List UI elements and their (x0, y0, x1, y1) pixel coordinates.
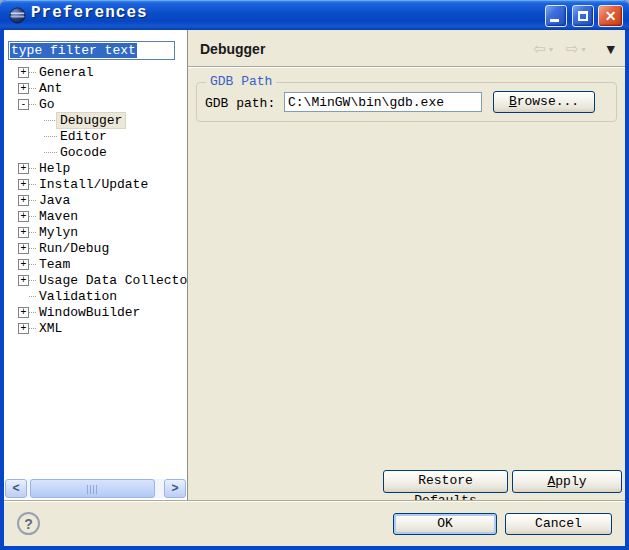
cancel-button[interactable]: Cancel (505, 513, 612, 535)
maximize-button[interactable] (572, 5, 594, 27)
gdb-path-input[interactable] (284, 92, 482, 112)
expand-icon[interactable]: + (18, 323, 29, 334)
tree-item-label: Java (36, 193, 73, 208)
tree-connector (44, 152, 57, 153)
scroll-left-icon[interactable]: < (5, 479, 27, 498)
tree-item-maven[interactable]: +Maven (4, 208, 187, 224)
close-icon: ✕ (605, 8, 617, 24)
preferences-sidebar: type filter text +General+Ant-GoDebugger… (4, 30, 188, 500)
tree-item-label: Mylyn (36, 225, 81, 240)
tree-item-label: Run/Debug (36, 241, 112, 256)
tree-item-gocode[interactable]: Gocode (4, 144, 187, 160)
eclipse-logo-icon (9, 7, 26, 24)
tree-item-run-debug[interactable]: +Run/Debug (4, 240, 187, 256)
tree-item-label: Go (36, 97, 58, 112)
tree-connector (29, 328, 36, 329)
ok-button[interactable]: OK (393, 513, 497, 535)
tree-connector (29, 72, 36, 73)
tree-item-label: WindowBuilder (36, 305, 143, 320)
nav-forward-dropdown-icon[interactable]: ▾ (582, 45, 586, 54)
tree-connector (29, 184, 36, 185)
tree-connector (44, 136, 57, 137)
tree-connector (29, 216, 36, 217)
nav-forward-icon[interactable]: ⇨ (566, 41, 579, 57)
tree-item-label: Debugger (57, 113, 125, 128)
tree-connector (29, 264, 36, 265)
tree-connector (29, 104, 36, 105)
apply-button[interactable]: Apply (512, 470, 622, 493)
tree-item-label: Editor (57, 129, 110, 144)
nav-back-dropdown-icon[interactable]: ▾ (549, 45, 553, 54)
apply-label: pply (555, 474, 586, 489)
scrollbar-thumb[interactable] (30, 479, 155, 498)
group-title: GDB Path (206, 74, 276, 90)
tree-connector (29, 312, 36, 313)
tree-item-editor[interactable]: Editor (4, 128, 187, 144)
tree-item-label: Ant (36, 81, 65, 96)
preference-page: Debugger ⇦ ▾ ⇨ ▾ ▼ GDB Path GDB path: Br… (188, 30, 625, 500)
expand-icon[interactable]: + (18, 211, 29, 222)
tree-connector (29, 232, 36, 233)
expand-icon[interactable]: + (18, 227, 29, 238)
expand-icon[interactable]: + (18, 259, 29, 270)
preferences-dialog: Preferences ✕ type filter text +General+… (0, 0, 629, 550)
expand-icon[interactable]: + (18, 243, 29, 254)
tree-item-ant[interactable]: +Ant (4, 80, 187, 96)
restore-label-pre: Restore (418, 473, 473, 488)
tree-item-label: Maven (36, 209, 81, 224)
tree-item-label: Validation (36, 289, 120, 304)
scrollbar-grip-icon (87, 485, 99, 494)
collapse-icon[interactable]: - (18, 99, 29, 110)
tree-item-debugger[interactable]: Debugger (4, 112, 187, 128)
tree-item-windowbuilder[interactable]: +WindowBuilder (4, 304, 187, 320)
tree-item-xml[interactable]: +XML (4, 320, 187, 336)
restore-defaults-button[interactable]: Restore Defaults (383, 470, 508, 493)
scroll-right-icon[interactable]: > (164, 479, 186, 498)
minimize-button[interactable] (545, 5, 567, 27)
tree-item-usage-data-collector[interactable]: +Usage Data Collector (4, 272, 187, 288)
horizontal-scrollbar[interactable]: < > (5, 478, 186, 498)
tree-item-team[interactable]: +Team (4, 256, 187, 272)
tree-item-label: Help (36, 161, 73, 176)
tree-item-label: Install/Update (36, 177, 151, 192)
expand-icon[interactable]: + (18, 195, 29, 206)
expand-icon[interactable]: + (18, 67, 29, 78)
tree-item-install-update[interactable]: +Install/Update (4, 176, 187, 192)
tree-item-validation[interactable]: Validation (4, 288, 187, 304)
tree-item-label: Usage Data Collector (36, 273, 198, 288)
tree-connector (29, 168, 36, 169)
dialog-button-bar: ? OK Cancel (4, 500, 625, 546)
nav-back-icon[interactable]: ⇦ (533, 41, 546, 57)
filter-input[interactable]: type filter text (8, 41, 175, 60)
tree-item-label: General (36, 65, 97, 80)
close-button[interactable]: ✕ (598, 5, 623, 27)
tree-item-label: XML (36, 321, 65, 336)
expand-icon[interactable]: + (18, 275, 29, 286)
scrollbar-track[interactable] (27, 479, 164, 498)
title-bar[interactable]: Preferences ✕ (0, 0, 629, 30)
maximize-icon (578, 11, 588, 21)
browse-label: rowse... (517, 94, 579, 109)
page-title: Debugger (200, 41, 265, 57)
expand-icon[interactable]: + (18, 307, 29, 318)
browse-button[interactable]: Browse... (493, 91, 595, 113)
tree-connector (44, 120, 57, 121)
tree-item-general[interactable]: +General (4, 64, 187, 80)
browse-label-underline: B (509, 94, 517, 109)
preferences-tree: +General+Ant-GoDebuggerEditorGocode+Help… (4, 64, 187, 336)
help-icon: ? (24, 516, 33, 532)
tree-connector (29, 200, 36, 201)
expand-icon[interactable]: + (18, 179, 29, 190)
tree-item-java[interactable]: +Java (4, 192, 187, 208)
help-button[interactable]: ? (17, 512, 40, 535)
tree-connector (29, 280, 36, 281)
tree-connector (29, 88, 36, 89)
view-menu-icon[interactable]: ▼ (607, 43, 615, 56)
tree-connector (29, 248, 36, 249)
tree-item-go[interactable]: -Go (4, 96, 187, 112)
tree-item-mylyn[interactable]: +Mylyn (4, 224, 187, 240)
tree-item-help[interactable]: +Help (4, 160, 187, 176)
expand-icon[interactable]: + (18, 83, 29, 94)
expand-icon[interactable]: + (18, 163, 29, 174)
window-title: Preferences (31, 4, 148, 22)
